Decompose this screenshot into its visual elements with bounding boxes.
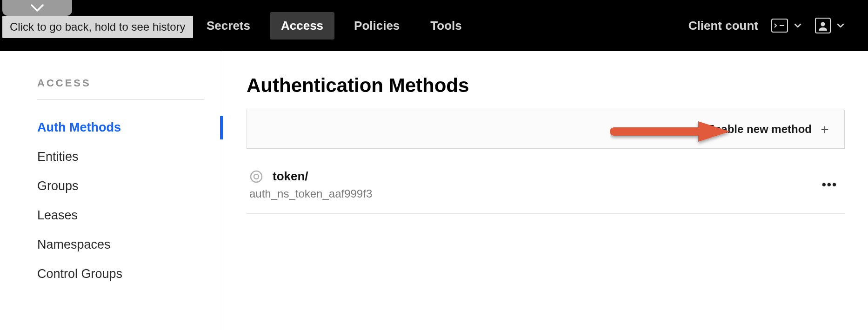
auth-method-id: auth_ns_token_aaf999f3 [249, 187, 372, 200]
main-content: Authentication Methods Enable new method… [223, 51, 868, 330]
sidebar-item-entities[interactable]: Entities [37, 142, 204, 172]
nav-item-access[interactable]: Access [270, 12, 334, 40]
sidebar-heading: ACCESS [37, 77, 204, 100]
svg-point-5 [254, 174, 259, 179]
user-icon [815, 18, 831, 33]
ellipsis-icon: ••• [822, 178, 837, 191]
terminal-icon [771, 19, 788, 33]
svg-rect-2 [610, 127, 703, 136]
terminal-menu[interactable] [771, 19, 802, 33]
sidebar-item-auth-methods[interactable]: Auth Methods [37, 113, 204, 142]
more-actions-button[interactable]: ••• [822, 178, 842, 192]
page-title: Authentication Methods [247, 74, 845, 97]
nav-items: Secrets Access Policies Tools [195, 12, 473, 40]
plus-icon: ＋ [818, 123, 831, 136]
nav-item-secrets[interactable]: Secrets [195, 12, 261, 40]
sidebar-item-leases[interactable]: Leases [37, 201, 204, 230]
auth-method-info: token/ auth_ns_token_aaf999f3 [249, 169, 372, 200]
user-menu[interactable] [815, 18, 845, 33]
svg-point-4 [251, 171, 262, 182]
back-tooltip: Click to go back, hold to see history [2, 16, 193, 38]
nav-item-tools[interactable]: Tools [419, 12, 473, 40]
chevron-down-icon [31, 4, 44, 12]
chevron-down-icon [794, 21, 802, 30]
svg-point-1 [821, 22, 825, 26]
sidebar: ACCESS Auth Methods Entities Groups Leas… [0, 51, 223, 330]
client-count-link[interactable]: Client count [688, 19, 758, 33]
arrow-annotation-icon [610, 121, 731, 147]
back-button[interactable] [2, 0, 72, 16]
nav-item-policies[interactable]: Policies [343, 12, 411, 40]
chevron-down-icon [836, 21, 845, 30]
sidebar-list: Auth Methods Entities Groups Leases Name… [37, 113, 204, 289]
auth-method-row[interactable]: token/ auth_ns_token_aaf999f3 ••• [247, 165, 845, 214]
auth-method-name: token/ [273, 169, 308, 184]
sidebar-item-groups[interactable]: Groups [37, 172, 204, 201]
token-icon [249, 170, 263, 184]
top-nav: Click to go back, hold to see history Se… [0, 0, 868, 51]
svg-marker-3 [698, 121, 730, 142]
nav-right: Client count [688, 18, 845, 33]
sidebar-item-namespaces[interactable]: Namespaces [37, 230, 204, 259]
body-container: ACCESS Auth Methods Entities Groups Leas… [0, 51, 868, 330]
sidebar-item-control-groups[interactable]: Control Groups [37, 259, 204, 289]
action-bar: Enable new method ＋ [247, 110, 845, 149]
